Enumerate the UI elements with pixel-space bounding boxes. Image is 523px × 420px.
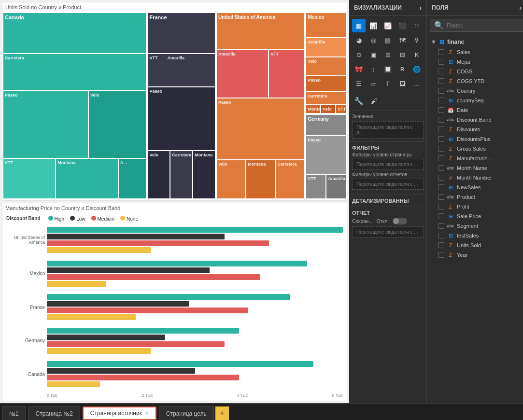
field-item[interactable]: ⊞ testSales <box>427 231 523 240</box>
field-check-product[interactable] <box>438 194 444 200</box>
field-item[interactable]: Σ Discounts <box>427 125 523 134</box>
filter-page-drop[interactable]: Перетащите сюда поля с ... <box>352 159 424 170</box>
field-check-saleprice[interactable] <box>438 213 444 219</box>
field-check-mera[interactable] <box>438 59 444 65</box>
field-item[interactable]: ⊞ DiscountsPlus <box>427 134 523 144</box>
table-name: financ <box>447 39 464 45</box>
ribbon-viz-icon[interactable]: 🎀 <box>352 62 366 76</box>
field-item[interactable]: abc Discount Band <box>427 115 523 125</box>
field-check-year[interactable] <box>438 252 444 258</box>
tm-usa-bottom: Velo Montana Carretera <box>216 160 305 198</box>
treemap-canada[interactable]: Canada Carretera Paseo Velo <box>2 12 147 199</box>
field-check-discounts[interactable] <box>438 126 444 132</box>
bar-label-mexico: Mexico <box>6 271 45 276</box>
field-check-date[interactable] <box>438 107 444 113</box>
field-item[interactable]: 📅 Date <box>427 105 523 115</box>
field-item[interactable]: ⊞ countrySeg <box>427 96 523 105</box>
line-chart-viz-icon[interactable]: 📈 <box>381 19 395 32</box>
waterfall-viz-icon[interactable]: ↕ <box>367 62 380 76</box>
more-viz-icon[interactable]: … <box>410 77 424 90</box>
table-icon-newsales: ⊞ <box>447 184 454 191</box>
tab-source[interactable]: Страница источник ✕ <box>83 406 156 420</box>
matrix-viz-icon[interactable]: ⊟ <box>396 48 409 61</box>
field-item[interactable]: Σ Units Sold <box>427 240 523 250</box>
report-toggle-track[interactable] <box>393 218 407 224</box>
tab-target[interactable]: Страница цель <box>159 406 214 420</box>
funnel-viz-icon[interactable]: ⊽ <box>410 33 424 47</box>
field-check-profit[interactable] <box>438 204 444 210</box>
text-viz-icon[interactable]: T <box>381 77 395 90</box>
field-item[interactable]: ⊞ Sale Price <box>427 211 523 221</box>
kpi-viz-icon[interactable]: K <box>410 48 424 61</box>
field-check-cogsytd[interactable] <box>438 78 444 84</box>
treemap-mexico[interactable]: Mexico Amarilla Velo Paseo <box>305 12 347 114</box>
field-check-cogs[interactable] <box>438 69 444 74</box>
field-item[interactable]: Σ COGS YTD <box>427 76 523 86</box>
shape-viz-icon[interactable]: ▱ <box>367 77 380 90</box>
tab-1[interactable]: №1 <box>2 406 26 420</box>
field-check-grosssales[interactable] <box>438 146 444 152</box>
field-item[interactable]: Σ Profit <box>427 202 523 211</box>
bar-chart-viz-icon[interactable]: ▦ <box>352 19 366 32</box>
scatter-viz-icon[interactable]: ⁙ <box>410 19 424 32</box>
card-viz-icon[interactable]: ▣ <box>367 48 380 61</box>
filter-report-drop[interactable]: Перетащите сюда поля с ... <box>352 179 424 190</box>
field-item[interactable]: Σ COGS <box>427 67 523 76</box>
map-viz-icon[interactable]: 🗺 <box>396 33 409 47</box>
table-viz-icon[interactable]: ⊞ <box>381 48 395 61</box>
treemap-germany[interactable]: Germany Paseo VTT Amarilla <box>305 114 347 199</box>
field-item[interactable]: abc Product <box>427 192 523 202</box>
image-viz-icon[interactable]: 🖼 <box>396 77 409 90</box>
paintbrush-icon[interactable]: 🖌 <box>368 94 381 108</box>
field-item[interactable]: # Month Number <box>427 173 523 182</box>
viz-panel-arrow[interactable]: › <box>419 4 422 12</box>
field-check-monthnumber[interactable] <box>438 175 444 181</box>
field-check-monthname[interactable] <box>438 165 444 171</box>
search-input[interactable] <box>447 22 519 29</box>
field-item[interactable]: ⊞ Мера <box>427 57 523 67</box>
gauge-viz-icon[interactable]: ⊙ <box>352 48 366 61</box>
field-item[interactable]: Σ Year <box>427 250 523 260</box>
field-check-sales[interactable] <box>438 49 444 55</box>
field-check-unitssold[interactable] <box>438 242 444 248</box>
field-check-discountsplus[interactable] <box>438 136 444 142</box>
legend-low: Low <box>70 216 85 222</box>
area-chart-viz-icon[interactable]: ⬛ <box>396 19 409 32</box>
tab-add-button[interactable]: + <box>215 406 229 420</box>
field-item[interactable]: Σ Manufacturin... <box>427 154 523 163</box>
treemap-france[interactable]: France VTT Amarilla Paseo Velo <box>147 12 216 199</box>
search-box[interactable]: 🔍 <box>430 19 523 32</box>
column-chart-viz-icon[interactable]: 📊 <box>367 19 380 32</box>
r-viz-icon[interactable]: R <box>396 62 409 76</box>
field-check-discountband[interactable] <box>438 117 444 123</box>
field-check-country[interactable] <box>438 88 444 94</box>
field-check-segment[interactable] <box>438 223 444 229</box>
pie-viz-icon[interactable]: ◕ <box>352 33 366 47</box>
tab-2[interactable]: Страница №2 <box>28 406 80 420</box>
fields-panel-arrow[interactable]: › <box>519 4 522 12</box>
field-item[interactable]: Σ Gross Sales <box>427 144 523 154</box>
viz-values-drop[interactable]: Перетащите сюда поля с д... <box>352 121 424 139</box>
treemap-viz-icon[interactable]: ▤ <box>381 33 395 47</box>
field-item[interactable]: abc Segment <box>427 221 523 231</box>
tm-paseo-france: Paseo <box>147 87 215 151</box>
field-item[interactable]: abc Country <box>427 86 523 96</box>
field-table-header[interactable]: ▼ ⊞ financ <box>427 37 523 47</box>
globe-viz-icon[interactable]: 🌐 <box>410 62 424 76</box>
decomp-viz-icon[interactable]: 🔲 <box>381 62 395 76</box>
slicer-viz-icon[interactable]: ☰ <box>352 77 366 90</box>
field-item[interactable]: Σ Sales <box>427 47 523 57</box>
field-check-testsales[interactable] <box>438 233 444 238</box>
report-drop[interactable]: Перетащите сюда поля с ... <box>352 226 424 238</box>
format-icon[interactable]: 🔧 <box>352 94 366 108</box>
legend-high: High <box>48 216 65 222</box>
field-check-countryseg[interactable] <box>438 98 444 103</box>
field-check-newsales[interactable] <box>438 184 444 190</box>
field-item[interactable]: abc Month Name <box>427 163 523 173</box>
donut-viz-icon[interactable]: ◎ <box>367 33 380 47</box>
field-check-manufacturing[interactable] <box>438 155 444 161</box>
tab-source-close[interactable]: ✕ <box>145 411 149 416</box>
treemap-usa[interactable]: United States of America Amarilla VTT Pa… <box>216 12 305 199</box>
field-item[interactable]: ⊞ NewSales <box>427 182 523 192</box>
field-label-discountsplus: DiscountsPlus <box>457 136 491 142</box>
